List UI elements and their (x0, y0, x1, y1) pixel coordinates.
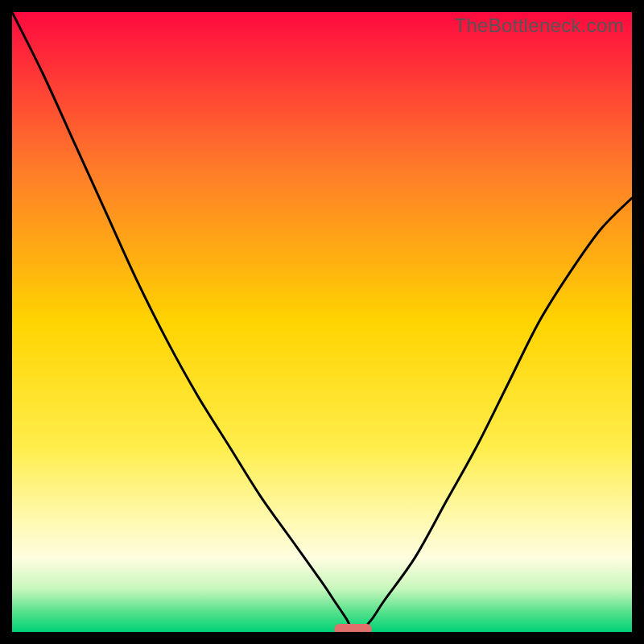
chart-frame: TheBottleneck.com (12, 12, 632, 632)
watermark-text: TheBottleneck.com (454, 14, 624, 37)
bottleneck-chart (12, 12, 632, 632)
optimal-marker (334, 624, 371, 632)
